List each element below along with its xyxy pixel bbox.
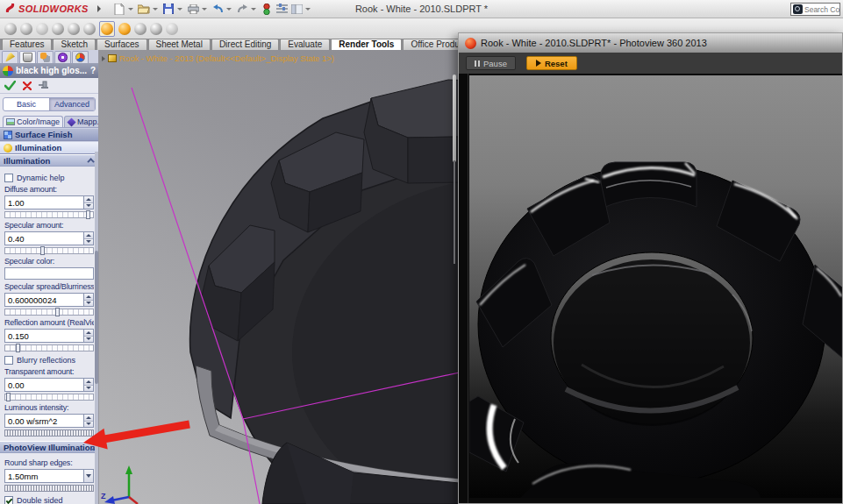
slider-thumb[interactable] <box>6 393 11 401</box>
specular-slider[interactable] <box>4 247 94 254</box>
round-sharp-edges-slider[interactable] <box>4 485 94 492</box>
cancel-button[interactable] <box>23 82 32 90</box>
new-document-icon[interactable] <box>113 3 126 16</box>
menu-flyout-arrow[interactable] <box>97 5 101 12</box>
spin-down[interactable] <box>84 238 93 245</box>
search-box[interactable] <box>790 3 840 16</box>
photoview-window[interactable]: Rook - White - 2010.SLDPRT* - Photoview … <box>458 32 843 504</box>
render-region-icon[interactable] <box>134 23 146 35</box>
tab-brush[interactable] <box>2 51 18 63</box>
render-options-icon[interactable] <box>150 23 162 35</box>
open-icon[interactable] <box>138 3 151 16</box>
display-panels-icon[interactable] <box>290 3 304 16</box>
double-sided-checkbox[interactable] <box>4 496 13 504</box>
y-axis-arrow <box>125 465 132 474</box>
diffuse-slider[interactable] <box>4 211 94 218</box>
appearance-title-bar: black high glos... ? <box>0 63 98 78</box>
reflection-input[interactable]: 0.150 <box>4 329 94 343</box>
photoview-title-bar[interactable]: Rook - White - 2010.SLDPRT* - Photoview … <box>459 33 842 53</box>
edit-scene-icon[interactable] <box>52 23 64 35</box>
save-icon[interactable] <box>162 3 175 16</box>
tab-direct-editing[interactable]: Direct Editing <box>211 39 279 50</box>
spin-down[interactable] <box>84 300 93 307</box>
spread-input[interactable]: 0.600000024 <box>4 293 94 307</box>
scroll-strip[interactable] <box>453 75 456 162</box>
specular-color-swatch[interactable] <box>4 267 94 280</box>
tab-decals[interactable] <box>54 51 71 63</box>
title-bar: SOLIDWORKS <box>0 0 843 18</box>
pin-button[interactable] <box>39 81 51 90</box>
spin-down[interactable] <box>84 336 93 343</box>
transparent-input[interactable]: 0.00 <box>4 378 94 392</box>
flyout-arrow-icon <box>102 56 105 61</box>
tab-configurations[interactable] <box>37 51 54 63</box>
slider-thumb[interactable] <box>16 344 20 352</box>
save-dropdown[interactable] <box>177 8 182 11</box>
tab-appearances[interactable] <box>19 51 36 63</box>
diffuse-input[interactable]: 1.00 <box>4 195 94 209</box>
open-dropdown[interactable] <box>153 8 158 11</box>
illumination-label: Illumination <box>15 143 61 153</box>
preview-window-selected[interactable] <box>99 21 115 37</box>
tab-evaluate[interactable]: Evaluate <box>280 39 330 50</box>
tab-sheet-metal[interactable]: Sheet Metal <box>148 39 211 50</box>
nav-surface-finish[interactable]: Surface Finish <box>0 128 98 141</box>
options-icon[interactable] <box>275 3 289 16</box>
spin-down[interactable] <box>84 202 93 209</box>
reflection-value: 0.150 <box>5 330 83 342</box>
transparent-slider[interactable] <box>4 394 94 401</box>
redo-icon[interactable] <box>236 3 249 16</box>
panels-dropdown[interactable] <box>305 8 311 11</box>
edit-appearance-icon[interactable] <box>4 23 17 35</box>
surface-finish-label: Surface Finish <box>15 130 72 139</box>
reset-button[interactable]: Reset <box>526 56 577 70</box>
collapse-icon <box>87 158 94 165</box>
blurry-reflections-checkbox[interactable] <box>4 356 13 365</box>
edit-decal-icon[interactable] <box>68 23 80 35</box>
specular-input[interactable]: 0.40 <box>4 231 94 245</box>
spread-slider[interactable] <box>4 309 94 316</box>
final-render-icon[interactable] <box>118 23 131 35</box>
redo-dropdown[interactable] <box>251 8 256 11</box>
round-sharp-edges-value: 1.50mm <box>5 470 83 482</box>
new-dropdown[interactable] <box>128 8 133 11</box>
property-manager-actions <box>0 78 98 94</box>
tab-sketch[interactable]: Sketch <box>53 39 96 50</box>
tab-features[interactable]: Features <box>2 39 52 50</box>
tab-scene[interactable] <box>72 51 89 63</box>
reset-label: Reset <box>545 59 568 68</box>
dropdown-arrow-icon[interactable] <box>83 470 93 482</box>
pause-button[interactable]: Pause <box>466 56 516 70</box>
reflection-slider[interactable] <box>4 344 94 351</box>
advanced-mode-button[interactable]: Advanced <box>49 98 95 110</box>
basic-mode-button[interactable]: Basic <box>4 98 49 110</box>
search-input[interactable] <box>804 5 839 14</box>
slider-thumb[interactable] <box>86 210 90 219</box>
help-button[interactable]: ? <box>90 66 96 75</box>
undo-icon[interactable] <box>211 3 225 16</box>
undo-dropdown[interactable] <box>226 8 232 11</box>
slider-thumb[interactable] <box>40 246 45 255</box>
integrated-preview-icon[interactable] <box>83 23 96 35</box>
tab-mapping[interactable]: Mapp... <box>64 116 99 127</box>
tab-render-tools[interactable]: Render Tools <box>331 39 402 50</box>
spin-down[interactable] <box>84 385 93 392</box>
annotation-arrow <box>71 412 203 461</box>
double-sided-label: Double sided <box>17 496 63 504</box>
copy-appearance-icon[interactable] <box>20 23 32 35</box>
nav-illumination[interactable]: Illumination <box>0 141 98 154</box>
ok-button[interactable] <box>4 81 16 90</box>
tab-surfaces[interactable]: Surfaces <box>96 39 146 50</box>
round-sharp-edges-input[interactable]: 1.50mm <box>4 469 94 483</box>
print-dropdown[interactable] <box>202 8 207 11</box>
slider-thumb[interactable] <box>55 308 60 316</box>
dynamic-help-checkbox[interactable] <box>4 174 13 182</box>
tab-color-image[interactable]: Color/Image <box>3 116 63 127</box>
paste-appearance-icon[interactable] <box>36 23 48 35</box>
print-icon[interactable] <box>187 3 200 16</box>
feature-tree-flyout[interactable]: Rook - White - 2013 (Default<<Default>_D… <box>102 53 334 63</box>
luminous-label: Luminous intensity: <box>4 403 94 412</box>
schedule-render-icon[interactable] <box>166 23 178 35</box>
illumination-group-header[interactable]: Illumination <box>0 154 98 167</box>
rebuild-icon[interactable] <box>261 3 274 16</box>
